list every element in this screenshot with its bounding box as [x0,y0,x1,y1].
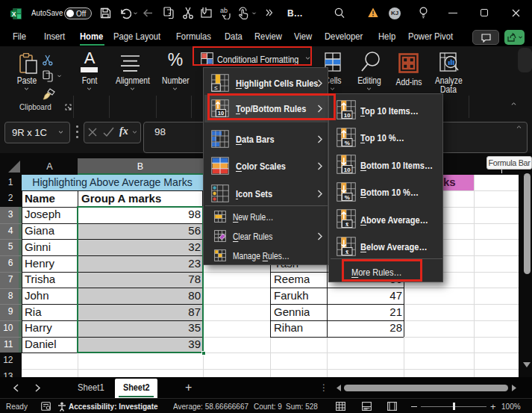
svg-text:%: % [345,193,350,200]
svg-text:10: 10 [344,167,351,173]
svg-text:≤: ≤ [214,84,218,91]
svg-text:X: X [12,10,16,18]
svg-text:x̄: x̄ [345,247,349,255]
svg-text:10: 10 [344,112,351,119]
svg-text:%: % [345,139,350,146]
svg-text:ab: ab [220,7,228,14]
svg-text:x̄: x̄ [345,220,349,228]
